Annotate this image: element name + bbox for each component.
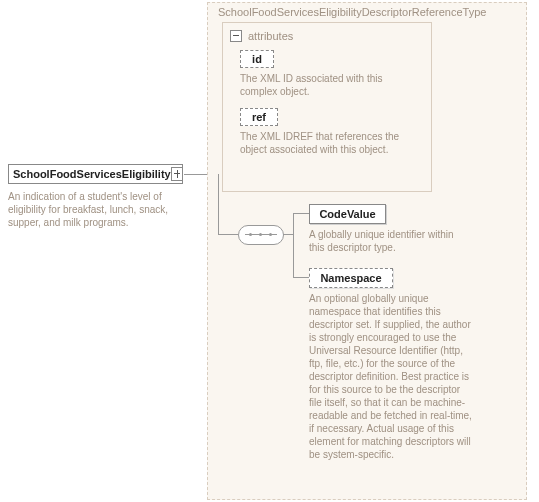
connector-line (184, 174, 207, 175)
root-label: SchoolFoodServicesEligibility (13, 168, 171, 180)
code-value-element[interactable]: CodeValue (309, 204, 386, 224)
connector-line (218, 234, 238, 235)
attribute-id[interactable]: id (240, 50, 274, 68)
root-element[interactable]: SchoolFoodServicesEligibility (8, 164, 183, 184)
connector-line (218, 174, 219, 234)
sequence-connector (238, 225, 284, 245)
namespace-description: An optional globally unique namespace th… (309, 292, 474, 461)
attribute-ref-label: ref (252, 111, 266, 123)
attribute-id-description: The XML ID associated with this complex … (240, 72, 410, 98)
expand-icon[interactable] (171, 167, 183, 181)
connector-line (283, 234, 293, 235)
attribute-ref-description: The XML IDREF that references the object… (240, 130, 410, 156)
code-value-label: CodeValue (319, 208, 375, 220)
namespace-label: Namespace (320, 272, 381, 284)
connector-line (293, 277, 309, 278)
attributes-header[interactable]: attributes (230, 30, 293, 42)
group-title: SchoolFoodServicesEligibilityDescriptorR… (218, 6, 486, 18)
code-value-description: A globally unique identifier within this… (309, 228, 469, 254)
collapse-icon[interactable] (230, 30, 242, 42)
root-description: An indication of a student's level of el… (8, 190, 188, 229)
connector-line (293, 213, 294, 278)
connector-line (293, 213, 309, 214)
attributes-box (222, 22, 432, 192)
attributes-label: attributes (248, 30, 293, 42)
attribute-id-label: id (252, 53, 262, 65)
attribute-ref[interactable]: ref (240, 108, 278, 126)
namespace-element[interactable]: Namespace (309, 268, 393, 288)
